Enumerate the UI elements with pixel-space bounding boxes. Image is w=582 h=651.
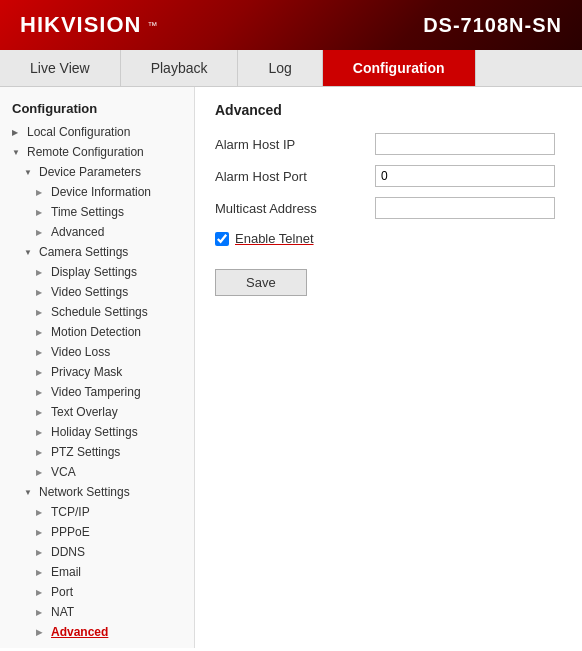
alarm-host-port-input[interactable]: [375, 165, 555, 187]
sidebar-item-vca[interactable]: VCA: [0, 462, 194, 482]
arrow-icon: [36, 546, 48, 558]
sidebar-label: Video Settings: [51, 285, 128, 299]
sidebar-item-camera-settings[interactable]: Camera Settings: [0, 242, 194, 262]
multicast-address-input[interactable]: [375, 197, 555, 219]
enable-telnet-row: Enable Telnet: [215, 231, 562, 246]
save-button[interactable]: Save: [215, 269, 307, 296]
arrow-icon: [12, 126, 24, 138]
sidebar-label: Device Information: [51, 185, 151, 199]
logo-text: HIKVISION: [20, 12, 141, 38]
main-content: Configuration Local Configuration Remote…: [0, 87, 582, 648]
sidebar-label: Advanced: [51, 625, 108, 639]
alarm-host-ip-label: Alarm Host IP: [215, 137, 375, 152]
content-panel: Advanced Alarm Host IP Alarm Host Port M…: [195, 87, 582, 648]
sidebar-label: PTZ Settings: [51, 445, 120, 459]
sidebar-item-nat[interactable]: NAT: [0, 602, 194, 622]
arrow-icon: [36, 526, 48, 538]
sidebar-label: Video Loss: [51, 345, 110, 359]
sidebar-label: Local Configuration: [27, 125, 130, 139]
arrow-icon: [36, 466, 48, 478]
sidebar-item-text-overlay[interactable]: Text Overlay: [0, 402, 194, 422]
sidebar-item-tcpip[interactable]: TCP/IP: [0, 502, 194, 522]
tab-log[interactable]: Log: [238, 50, 322, 86]
sidebar-label: Email: [51, 565, 81, 579]
sidebar-label: PPPoE: [51, 525, 90, 539]
sidebar-item-network-settings[interactable]: Network Settings: [0, 482, 194, 502]
save-button-container: Save: [215, 264, 562, 296]
arrow-icon: [36, 566, 48, 578]
tab-live-view[interactable]: Live View: [0, 50, 121, 86]
sidebar-label: Camera Settings: [39, 245, 128, 259]
arrow-icon: [36, 266, 48, 278]
sidebar-item-local-config[interactable]: Local Configuration: [0, 122, 194, 142]
arrow-icon: [36, 406, 48, 418]
arrow-icon: [36, 286, 48, 298]
arrow-icon: [12, 146, 24, 158]
sidebar-item-port[interactable]: Port: [0, 582, 194, 602]
enable-telnet-checkbox[interactable]: [215, 232, 229, 246]
alarm-host-port-label: Alarm Host Port: [215, 169, 375, 184]
sidebar-item-schedule-settings[interactable]: Schedule Settings: [0, 302, 194, 322]
arrow-icon: [24, 486, 36, 498]
panel-title: Advanced: [215, 102, 562, 118]
sidebar-label: Advanced: [51, 225, 104, 239]
sidebar: Configuration Local Configuration Remote…: [0, 87, 195, 648]
arrow-icon: [36, 206, 48, 218]
sidebar-item-device-info[interactable]: Device Information: [0, 182, 194, 202]
sidebar-label: Motion Detection: [51, 325, 141, 339]
arrow-icon: [24, 246, 36, 258]
sidebar-item-ddns[interactable]: DDNS: [0, 542, 194, 562]
sidebar-label: Schedule Settings: [51, 305, 148, 319]
sidebar-item-advanced-net[interactable]: Advanced: [0, 622, 194, 642]
sidebar-item-video-settings[interactable]: Video Settings: [0, 282, 194, 302]
sidebar-item-video-tampering[interactable]: Video Tampering: [0, 382, 194, 402]
arrow-icon: [24, 166, 36, 178]
sidebar-label: Remote Configuration: [27, 145, 144, 159]
arrow-icon: [36, 366, 48, 378]
sidebar-item-display-settings[interactable]: Display Settings: [0, 262, 194, 282]
arrow-icon: [36, 186, 48, 198]
tab-configuration[interactable]: Configuration: [323, 50, 476, 86]
sidebar-label: Network Settings: [39, 485, 130, 499]
arrow-icon: [36, 606, 48, 618]
sidebar-label: NAT: [51, 605, 74, 619]
sidebar-item-privacy-mask[interactable]: Privacy Mask: [0, 362, 194, 382]
sidebar-item-ptz-settings[interactable]: PTZ Settings: [0, 442, 194, 462]
arrow-icon: [36, 346, 48, 358]
sidebar-label: Holiday Settings: [51, 425, 138, 439]
sidebar-label: Display Settings: [51, 265, 137, 279]
logo: HIKVISION™: [20, 12, 157, 38]
arrow-icon: [36, 426, 48, 438]
sidebar-item-motion-detection[interactable]: Motion Detection: [0, 322, 194, 342]
app-header: HIKVISION™ DS-7108N-SN: [0, 0, 582, 50]
arrow-icon: [36, 226, 48, 238]
arrow-icon: [36, 626, 48, 638]
sidebar-label: Privacy Mask: [51, 365, 122, 379]
sidebar-item-holiday-settings[interactable]: Holiday Settings: [0, 422, 194, 442]
sidebar-label: VCA: [51, 465, 76, 479]
sidebar-label: Text Overlay: [51, 405, 118, 419]
sidebar-label: Video Tampering: [51, 385, 141, 399]
enable-telnet-label: Enable Telnet: [235, 231, 314, 246]
arrow-icon: [36, 586, 48, 598]
alarm-host-ip-input[interactable]: [375, 133, 555, 155]
tab-playback[interactable]: Playback: [121, 50, 239, 86]
multicast-address-label: Multicast Address: [215, 201, 375, 216]
sidebar-item-email[interactable]: Email: [0, 562, 194, 582]
sidebar-item-device-params[interactable]: Device Parameters: [0, 162, 194, 182]
sidebar-item-video-loss[interactable]: Video Loss: [0, 342, 194, 362]
sidebar-item-remote-config[interactable]: Remote Configuration: [0, 142, 194, 162]
logo-trademark: ™: [147, 20, 157, 31]
sidebar-title: Configuration: [0, 95, 194, 122]
nav-tabs: Live View Playback Log Configuration: [0, 50, 582, 87]
sidebar-label: DDNS: [51, 545, 85, 559]
sidebar-label: Device Parameters: [39, 165, 141, 179]
sidebar-item-advanced-dev[interactable]: Advanced: [0, 222, 194, 242]
device-name: DS-7108N-SN: [423, 14, 562, 37]
alarm-host-ip-row: Alarm Host IP: [215, 133, 562, 155]
arrow-icon: [36, 326, 48, 338]
sidebar-label: Port: [51, 585, 73, 599]
sidebar-item-time-settings[interactable]: Time Settings: [0, 202, 194, 222]
sidebar-item-pppoe[interactable]: PPPoE: [0, 522, 194, 542]
multicast-address-row: Multicast Address: [215, 197, 562, 219]
